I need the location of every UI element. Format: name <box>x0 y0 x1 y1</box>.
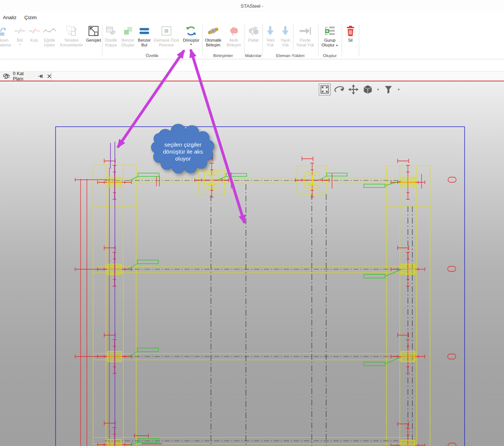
ribbon-button-gurup-olustur[interactable]: GurupOluştur ▼ <box>318 23 341 52</box>
ribbon-button-yeniden-konumlandir[interactable]: YenidenKonumlandır <box>58 23 85 52</box>
chevron-down-icon: ▼ <box>190 43 193 46</box>
ribbon-group-edit: ksenalama Böl ▼ Kırp EğrilikUydur <box>0 23 102 59</box>
reposition-icon <box>66 24 77 38</box>
chevron-down-icon[interactable]: ▾ <box>397 88 401 91</box>
ribbon-group-ozellik: ÖzellikKopya BenzerOluştur BenzerBul Ele… <box>102 23 202 59</box>
ribbon-button-elemane-ozel-pencere[interactable]: Elemane ÖzelPencere <box>152 23 180 52</box>
chevron-down-icon: ▼ <box>336 44 338 47</box>
similar-create-icon <box>124 24 133 38</box>
trim-icon <box>29 24 40 38</box>
ribbon-button-tekil-yuk[interactable]: TekilYük <box>263 23 278 52</box>
ribbon-group-birlesimler: OtomatikBirleşim AkıllıBirleşim Birleşim… <box>202 23 244 59</box>
group-label-makrolar: Makrolar <box>244 53 262 58</box>
orbit-icon[interactable] <box>333 84 345 95</box>
tab-label: 0 Kat Planı <box>13 71 32 81</box>
auto-connection-icon <box>207 24 219 38</box>
ribbon-group-sil: Sil <box>342 23 359 59</box>
ribbon-button-eksen-yakalama[interactable]: ksenalama <box>0 23 13 52</box>
group-separator <box>359 25 359 56</box>
close-icon[interactable] <box>47 74 52 78</box>
pin-icon[interactable] <box>38 74 43 79</box>
group-label-olustur: Oluştur <box>318 53 341 58</box>
trash-icon <box>346 24 355 38</box>
ribbon-button-ozellik-kopya[interactable]: ÖzellikKopya <box>102 23 120 52</box>
chevron-down-icon: ▼ <box>18 43 21 46</box>
tab-0-kat-plani[interactable]: 0 Kat Planı <box>0 71 52 81</box>
chevron-down-icon[interactable]: ▾ <box>376 88 380 91</box>
convert-icon <box>186 24 197 38</box>
group-create-icon <box>324 24 335 38</box>
drawing-canvas[interactable] <box>0 81 504 446</box>
filter-icon[interactable] <box>383 84 394 95</box>
app-window: { "window": { "title": "STASteel -" }, "… <box>0 0 504 446</box>
view-toolbar: ▾ ▾ <box>319 84 401 95</box>
menu-tab-analiz[interactable]: Analiz <box>3 12 17 23</box>
point-load-icon <box>265 24 275 38</box>
axis-snap-icon <box>0 24 8 38</box>
ribbon-button-patlat[interactable]: Patlat <box>244 23 262 52</box>
ribbon-button-kirp[interactable]: Kırp <box>27 23 41 52</box>
window-title: STASteel - <box>0 0 504 12</box>
titlebar: STASteel - <box>0 0 504 12</box>
ribbon-button-benzer-olustur[interactable]: BenzerOluştur <box>120 23 136 52</box>
curve-fit-icon <box>43 24 56 38</box>
ribbon-group-eleman-yukleri: TekilYük YayılıYük PerdeYanal Yük Eleman… <box>263 23 318 59</box>
group-label-ozellik: Özellik <box>102 53 202 58</box>
ribbon-button-benzer-bul[interactable]: BenzerBul <box>136 23 152 52</box>
extend-icon <box>88 24 99 38</box>
pan-icon[interactable] <box>348 84 359 95</box>
group-label-birlesimler: Birleşimler <box>202 53 244 58</box>
ribbon-button-egrilik-uydur[interactable]: EğrilikUydur <box>41 23 58 52</box>
ribbon-group-makrolar: Patlat Makrolar <box>244 23 262 59</box>
view-cube-icon[interactable] <box>362 84 374 95</box>
ribbon: ksenalama Böl ▼ Kırp EğrilikUydur <box>0 23 504 59</box>
zoom-extents-icon[interactable] <box>319 84 331 95</box>
lateral-load-icon <box>299 24 311 38</box>
ribbon-button-genislet[interactable]: Genişlet <box>85 23 102 52</box>
ribbon-button-donustur[interactable]: Dönüştür ▼ <box>180 23 202 52</box>
distributed-load-icon <box>281 24 290 38</box>
explode-icon <box>248 24 259 38</box>
3d-view-icon <box>3 73 10 80</box>
property-copy-icon <box>106 24 116 38</box>
menubar: Analiz Çizim <box>0 12 504 23</box>
smart-connection-icon <box>228 24 239 38</box>
menu-tab-cizim[interactable]: Çizim <box>24 12 37 23</box>
ribbon-button-bol[interactable]: Böl ▼ <box>13 23 27 52</box>
group-separator <box>293 24 293 49</box>
group-label-eleman-yukleri: Eleman Yükleri <box>263 53 318 58</box>
similar-find-icon <box>139 24 149 38</box>
ribbon-button-otomatik-birlesim[interactable]: OtomatikBirleşim <box>202 23 224 52</box>
ribbon-group-olustur: GurupOluştur ▼ Oluştur <box>318 23 341 59</box>
split-icon <box>14 24 25 38</box>
ribbon-button-sil[interactable]: Sil <box>342 23 359 52</box>
ribbon-button-perde-yanal-yuk[interactable]: PerdeYanal Yük <box>293 23 317 52</box>
element-window-icon <box>161 24 172 38</box>
ribbon-button-yayili-yuk[interactable]: YayılıYük <box>278 23 293 52</box>
ribbon-button-akilli-birlesim[interactable]: AkıllıBirleşim <box>224 23 244 52</box>
document-tabbar: 0 Kat Planı <box>0 71 504 81</box>
